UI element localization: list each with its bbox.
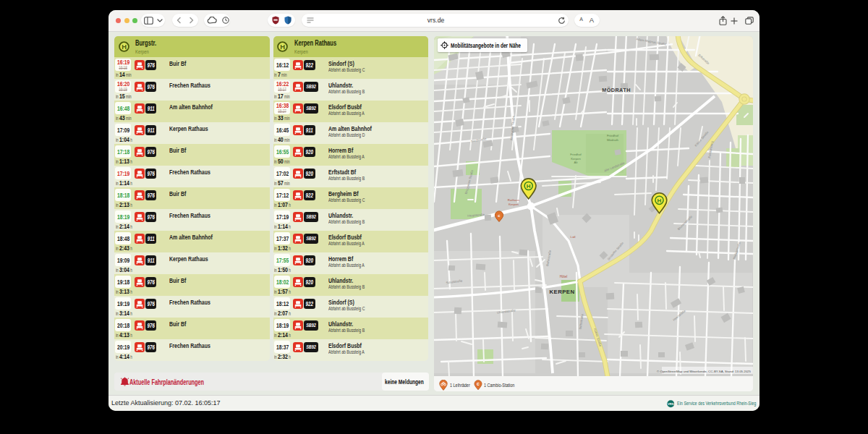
svg-text:Rathaus: Rathaus [508, 198, 520, 202]
svg-text:VRS: VRS [667, 402, 673, 406]
svg-text:H: H [122, 43, 127, 51]
svg-text:KERPEN: KERPEN [550, 289, 575, 295]
svg-text:H: H [527, 183, 531, 190]
svg-text:Kerpen: Kerpen [571, 157, 581, 161]
svg-text:Mödrath: Mödrath [607, 138, 619, 142]
svg-text:Friedhof: Friedhof [570, 153, 582, 156]
svg-text:Alt: Alt [574, 161, 579, 164]
svg-text:Kerpen: Kerpen [509, 203, 519, 206]
svg-text:MÖDRATH: MÖDRATH [602, 87, 631, 93]
svg-text:© OpenStreetMap und Mitwirkend: © OpenStreetMap und Mitwirkende, CC-BY-S… [657, 370, 752, 373]
svg-text:Hötel: Hötel [560, 275, 568, 278]
svg-text:c: c [477, 381, 480, 386]
svg-text:H: H [658, 197, 662, 204]
svg-text:Lidl: Lidl [571, 235, 576, 239]
svg-text:H: H [280, 43, 285, 51]
svg-text:Friedhof: Friedhof [607, 134, 619, 137]
